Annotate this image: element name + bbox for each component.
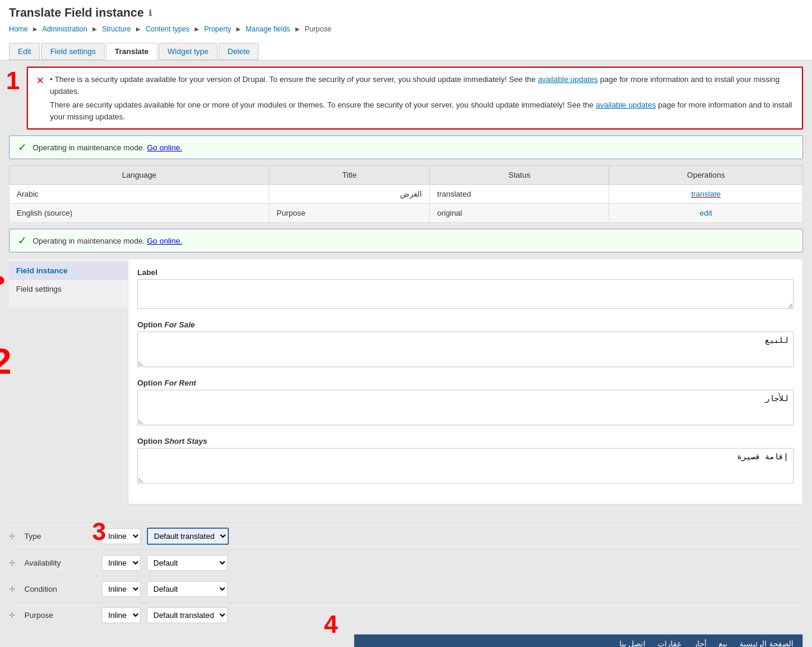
option-for-sale-label: Option For Sale	[137, 320, 794, 329]
cell-status-arabic: translated	[430, 185, 609, 204]
row-type: ✛ Type Inline Block Default translated D…	[9, 522, 803, 550]
maintenance-notice-1: ✓ Operating in maintenance mode. Go onli…	[9, 135, 803, 159]
breadcrumb-content-types[interactable]: Content types	[146, 25, 190, 33]
arabic-nav-properties[interactable]: عقارات	[657, 639, 682, 647]
bottom-section: 3 ✛ Type Inline Block Default translated…	[9, 513, 803, 628]
cell-title-arabic: الغرض	[269, 185, 430, 204]
maintenance-text-2: Operating in maintenance mode. Go online…	[33, 236, 182, 245]
condition-select-default[interactable]: Default Default translated Hidden	[147, 581, 228, 597]
arabic-nav-home[interactable]: الصفحة الرئيسية	[739, 639, 794, 647]
go-online-link-2[interactable]: Go online.	[147, 236, 182, 245]
arabic-nav-sale[interactable]: بيع	[719, 639, 728, 647]
row-label-availability: Availability	[24, 558, 96, 567]
breadcrumb-manage-fields[interactable]: Manage fields	[246, 25, 290, 33]
error-icon: ✕	[36, 75, 44, 86]
translate-link[interactable]: translate	[691, 190, 721, 198]
cell-title-english: Purpose	[269, 204, 430, 223]
content-panel: Label Option For Sale للبيع Option For R…	[128, 258, 803, 504]
label-heading: Label	[137, 268, 794, 277]
table-row: English (source) Purpose original edit	[10, 204, 803, 223]
type-select-inline[interactable]: Inline Block	[102, 528, 141, 544]
row-condition: ✛ Condition Inline Block Default Default…	[9, 576, 803, 602]
type-select-default-translated[interactable]: Default translated Default Hidden	[147, 528, 229, 545]
available-updates-link-1[interactable]: available updates	[538, 75, 598, 84]
breadcrumb-structure[interactable]: Structure	[102, 25, 131, 33]
main-content: 1 ✕ • There is a security update availab…	[0, 61, 812, 647]
maintenance-notice-2: ✓ Operating in maintenance mode. Go onli…	[9, 229, 803, 253]
breadcrumb-home[interactable]: Home	[9, 25, 28, 33]
option-for-rent-label: Option For Rent	[137, 378, 794, 387]
form-group-for-sale: Option For Sale للبيع	[137, 320, 794, 369]
maintenance-text-1: Operating in maintenance mode. Go online…	[33, 143, 182, 152]
cell-language-arabic: Arabic	[10, 185, 269, 204]
row-purpose: ✛ Purpose Inline Block Default translate…	[9, 602, 803, 628]
option-for-sale-textarea[interactable]: للبيع	[137, 332, 794, 367]
row-label-condition: Condition	[24, 585, 96, 594]
availability-select-default[interactable]: Default Default translated Hidden	[147, 555, 228, 571]
two-col-layout: Field instance Field settings 2 Label Op…	[9, 258, 803, 504]
option-short-stays-textarea[interactable]: إقامة قصيرة	[137, 448, 794, 484]
page-title-text: Translate Field instance	[9, 6, 144, 20]
arabic-nav: إتصل بنا عقارات أجار بيع الصفحة الرئيسية	[354, 635, 802, 647]
go-online-link-1[interactable]: Go online.	[147, 143, 182, 152]
col-language: Language	[10, 166, 269, 185]
annotation-2: 2	[0, 340, 11, 382]
tab-translate[interactable]: Translate	[106, 43, 158, 60]
error-alert: ✕ • There is a security update available…	[27, 67, 803, 130]
drag-icon-type[interactable]: ✛	[9, 532, 15, 541]
drag-icon-availability[interactable]: ✛	[9, 558, 15, 567]
condition-select-inline[interactable]: Inline Block	[102, 581, 141, 597]
purpose-select-inline[interactable]: Inline Block	[102, 607, 141, 623]
page-title: Translate Field instance ℹ	[9, 6, 803, 23]
tab-widget-type[interactable]: Widget type	[159, 43, 218, 60]
sidebar: Field instance Field settings 2	[9, 258, 128, 307]
sidebar-item-field-instance[interactable]: Field instance	[9, 261, 128, 280]
available-updates-link-2[interactable]: available updates	[596, 100, 656, 109]
annotation-1: 1	[6, 67, 20, 95]
col-operations: Operations	[609, 166, 803, 185]
breadcrumb-purpose: Purpose	[305, 25, 332, 33]
option-short-stays-label: Option Short Stays	[137, 437, 794, 446]
row-label-type: Type	[24, 532, 96, 541]
col-status: Status	[430, 166, 609, 185]
tabs-row: Edit Field settings Translate Widget typ…	[9, 38, 260, 60]
breadcrumb: Home ► Administration ► Structure ► Cont…	[9, 23, 803, 38]
form-group-short-stays: Option Short Stays إقامة قصيرة	[137, 437, 794, 485]
tab-edit[interactable]: Edit	[9, 43, 40, 60]
cell-op-english[interactable]: edit	[609, 204, 803, 223]
error-text: • There is a security update available f…	[50, 74, 794, 122]
row-label-purpose: Purpose	[24, 611, 96, 620]
tab-field-settings[interactable]: Field settings	[41, 43, 105, 60]
tab-delete[interactable]: Delete	[219, 43, 259, 60]
check-icon-1: ✓	[18, 141, 27, 154]
cell-op-arabic[interactable]: translate	[609, 185, 803, 204]
cell-status-english: original	[430, 204, 609, 223]
check-icon-2: ✓	[18, 234, 27, 247]
breadcrumb-property[interactable]: Property	[204, 25, 231, 33]
drag-icon-condition[interactable]: ✛	[9, 585, 15, 594]
page-header: Translate Field instance ℹ Home ► Admini…	[0, 0, 812, 61]
cell-language-english: English (source)	[10, 204, 269, 223]
form-group-for-rent: Option For Rent للأجار	[137, 378, 794, 427]
table-row: Arabic الغرض translated translate	[10, 185, 803, 204]
drag-icon-purpose[interactable]: ✛	[9, 611, 15, 620]
arabic-nav-contact[interactable]: إتصل بنا	[619, 639, 646, 647]
row-availability: ✛ Availability Inline Block Default Defa…	[9, 550, 803, 576]
label-textarea[interactable]	[137, 279, 794, 309]
option-for-rent-textarea[interactable]: للأجار	[137, 390, 794, 425]
sidebar-item-field-settings[interactable]: Field settings	[9, 280, 128, 298]
breadcrumb-admin[interactable]: Administration	[42, 25, 87, 33]
language-table: Language Title Status Operations Arabic …	[9, 165, 803, 223]
form-group-label: Label	[137, 268, 794, 311]
arabic-preview: 4 إتصل بنا عقارات أجار بيع الصفحة الرئيس…	[9, 634, 803, 647]
availability-select-inline[interactable]: Inline Block	[102, 555, 141, 571]
col-title: Title	[269, 166, 430, 185]
info-icon[interactable]: ℹ	[149, 8, 152, 18]
arabic-nav-rent[interactable]: أجار	[694, 639, 707, 647]
sidebar-dot	[0, 276, 4, 285]
purpose-select-default-translated[interactable]: Default translated Default Hidden	[147, 607, 228, 623]
edit-link[interactable]: edit	[700, 209, 712, 217]
